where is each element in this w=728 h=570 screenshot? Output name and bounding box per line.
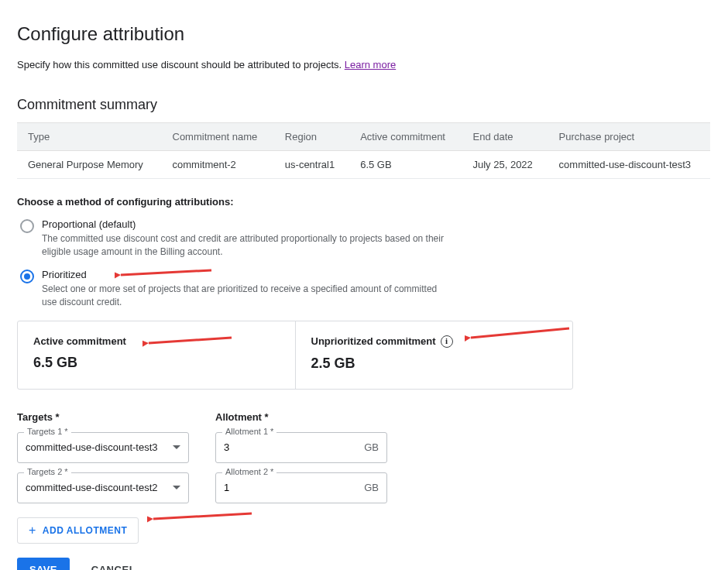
unprioritized-commitment-label: Unprioritized commitment <box>311 335 436 347</box>
active-commitment-pane: Active commitment 6.5 GB <box>18 321 295 389</box>
svg-line-3 <box>153 513 252 519</box>
active-commitment-value: 6.5 GB <box>33 355 280 371</box>
choose-method-label: Choose a method of configuring attributi… <box>17 196 711 208</box>
cancel-button[interactable]: CANCEL <box>88 558 139 570</box>
radio-prioritized[interactable]: Prioritized Select one or more set of pr… <box>20 269 454 310</box>
add-allotment-label: ADD ALLOTMENT <box>43 525 127 536</box>
cell-end-date: July 25, 2022 <box>462 151 548 179</box>
allotment-2-field[interactable]: Allotment 2 * GB <box>215 472 387 503</box>
col-type: Type <box>17 123 162 151</box>
save-button[interactable]: SAVE <box>17 558 70 570</box>
radio-proportional-title: Proportional (default) <box>42 218 454 230</box>
commitment-panes: Active commitment 6.5 GB Unprioritized c… <box>17 321 573 390</box>
unit-label: GB <box>364 441 379 453</box>
radio-icon <box>20 219 34 233</box>
cell-commitment-name: commitment-2 <box>162 151 274 179</box>
allotment-1-field[interactable]: Allotment 1 * GB <box>215 432 387 463</box>
targets-1-value: committed-use-discount-test3 <box>26 441 158 453</box>
active-commitment-label: Active commitment <box>33 335 280 347</box>
radio-prioritized-desc: Select one or more set of projects that … <box>42 283 454 310</box>
radio-prioritized-title: Prioritized <box>42 269 454 280</box>
cell-active-commitment: 6.5 GB <box>349 151 462 179</box>
col-commitment-name: Commitment name <box>162 123 274 151</box>
cell-purchase-project: committed-use-discount-test3 <box>548 151 710 179</box>
unit-label: GB <box>364 482 379 493</box>
cell-region: us-central1 <box>274 151 349 179</box>
targets-2-value: committed-use-discount-test2 <box>26 482 158 493</box>
info-icon[interactable]: i <box>441 335 453 348</box>
table-row: General Purpose Memory commitment-2 us-c… <box>17 151 710 179</box>
allotment-2-input[interactable] <box>224 482 359 493</box>
col-end-date: End date <box>462 123 548 151</box>
chevron-down-icon <box>173 445 180 449</box>
page-title: Configure attribution <box>17 23 711 45</box>
allotment-header: Allotment * <box>215 411 387 423</box>
col-active-commitment: Active commitment <box>349 123 462 151</box>
cell-type: General Purpose Memory <box>17 151 162 179</box>
commitment-summary-table: Type Commitment name Region Active commi… <box>17 122 710 179</box>
targets-1-select[interactable]: Targets 1 * committed-use-discount-test3 <box>17 432 189 463</box>
allotment-1-label: Allotment 1 * <box>222 427 276 436</box>
unprioritized-commitment-value: 2.5 GB <box>311 355 558 372</box>
targets-1-label: Targets 1 * <box>24 427 71 436</box>
chevron-down-icon <box>173 486 180 489</box>
learn-more-link[interactable]: Learn more <box>345 59 396 70</box>
commitment-summary-heading: Commitment summary <box>17 97 711 113</box>
allotment-1-input[interactable] <box>224 441 359 453</box>
intro-text: Specify how this committed use discount … <box>17 59 711 70</box>
targets-2-select[interactable]: Targets 2 * committed-use-discount-test2 <box>17 472 189 503</box>
col-purchase-project: Purchase project <box>548 123 710 151</box>
radio-icon <box>20 270 34 283</box>
unprioritized-commitment-pane: Unprioritized commitment i 2.5 GB <box>295 321 573 389</box>
radio-proportional[interactable]: Proportional (default) The committed use… <box>20 218 454 259</box>
plus-icon: + <box>29 524 36 537</box>
col-region: Region <box>274 123 349 151</box>
targets-2-label: Targets 2 * <box>24 467 71 476</box>
add-allotment-button[interactable]: + ADD ALLOTMENT <box>17 517 139 544</box>
allotment-2-label: Allotment 2 * <box>222 467 276 476</box>
intro-body: Specify how this committed use discount … <box>17 59 345 70</box>
radio-proportional-desc: The committed use discount cost and cred… <box>42 232 454 259</box>
targets-header: Targets * <box>17 411 189 423</box>
